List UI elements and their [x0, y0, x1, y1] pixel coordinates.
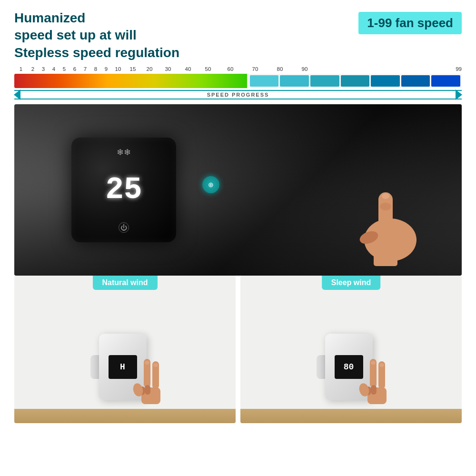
device-image-section: ❄❄ 25 ⏻ ⊕ [14, 104, 462, 276]
natural-wind-label: Natural wind [92, 276, 157, 290]
device-panel: ❄❄ 25 ⏻ [71, 138, 176, 242]
power-icon: ⏻ [119, 222, 129, 233]
svg-point-2 [380, 203, 391, 210]
cool-block-1 [250, 75, 279, 87]
device-handle-natural [90, 355, 99, 379]
sleep-wind-label: Sleep wind [322, 276, 381, 290]
cool-block-3 [310, 75, 339, 87]
cool-block-4 [341, 75, 370, 87]
headline: Humanized speed set up at will Stepless … [14, 10, 179, 61]
svg-point-12 [145, 361, 149, 365]
svg-point-20 [371, 361, 376, 365]
svg-rect-4 [374, 252, 397, 266]
speed-arrow-row: SPEED PROGRESS [14, 89, 462, 100]
speed-numbers-row: 1 2 3 4 5 6 7 8 9 10 15 20 30 40 50 60 7… [14, 66, 462, 72]
natural-wind-panel: Natural wind H [14, 276, 236, 423]
warm-gradient [14, 74, 247, 88]
double-arrow: SPEED PROGRESS [14, 90, 462, 99]
speed-bar-section: 1 2 3 4 5 6 7 8 9 10 15 20 30 40 50 60 7… [14, 66, 462, 100]
bottom-section: Natural wind H [14, 276, 462, 423]
fan-icon: ❄❄ [117, 147, 131, 158]
panel-display: 25 [106, 175, 142, 205]
headline-line3: Stepless speed regulation [14, 44, 179, 61]
svg-rect-17 [371, 385, 377, 395]
speed-progress-label: SPEED PROGRESS [207, 92, 269, 98]
svg-point-21 [379, 363, 384, 367]
speed-gradient-bar [14, 74, 462, 88]
headline-line2: speed set up at will [14, 27, 179, 44]
touch-button[interactable]: ⊕ [202, 176, 219, 193]
sleep-wind-panel: Sleep wind 80 [240, 276, 462, 423]
cool-block-6 [401, 75, 430, 87]
cool-blocks [247, 74, 462, 88]
hand-illustration [333, 164, 438, 268]
svg-point-5 [382, 193, 389, 199]
floor-natural [14, 409, 236, 423]
headline-line1: Humanized [14, 10, 179, 27]
fan-speed-badge: 1-99 fan speed [358, 12, 462, 34]
top-section: Humanized speed set up at will Stepless … [14, 10, 462, 61]
cool-block-7 [431, 75, 460, 87]
peace-hand-natural [129, 349, 172, 407]
peace-hand-sleep [356, 349, 398, 407]
svg-rect-9 [145, 385, 150, 395]
sleep-wind-scene: 80 [240, 276, 462, 423]
cool-block-2 [280, 75, 309, 87]
floor-sleep [240, 409, 462, 423]
natural-wind-scene: H [14, 276, 236, 423]
cool-block-5 [371, 75, 400, 87]
svg-point-13 [153, 363, 158, 367]
device-handle-sleep [317, 355, 325, 379]
